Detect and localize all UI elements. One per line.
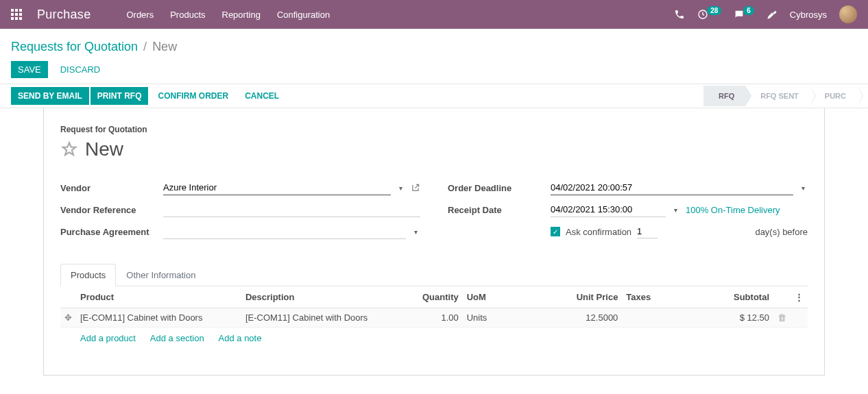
stage-rfq-sent[interactable]: RFQ SENT — [745, 86, 810, 106]
username[interactable]: Cybrosys — [790, 10, 827, 20]
phone-icon[interactable] — [674, 9, 685, 20]
send-email-button[interactable]: SEND BY EMAIL — [11, 87, 89, 105]
label-vendor-ref: Vendor Reference — [60, 205, 163, 215]
vendor-input[interactable] — [163, 180, 391, 195]
th-uom: UoM — [463, 286, 499, 308]
star-icon[interactable] — [60, 140, 78, 158]
add-section-link[interactable]: Add a section — [150, 333, 204, 343]
messages-icon[interactable]: 6 — [734, 9, 754, 20]
menu-configuration[interactable]: Configuration — [277, 10, 330, 20]
th-description: Description — [241, 286, 407, 308]
apps-icon[interactable] — [11, 9, 22, 20]
activities-badge: 28 — [707, 6, 721, 15]
agreement-dropdown-icon[interactable]: ▾ — [411, 228, 420, 236]
th-subtotal: Subtotal — [664, 286, 773, 308]
tab-products[interactable]: Products — [60, 264, 116, 286]
breadcrumb: Requests for Quotation / New — [11, 40, 857, 54]
cell-description[interactable]: [E-COM11] Cabinet with Doors — [241, 308, 407, 328]
save-button[interactable]: SAVE — [11, 61, 48, 78]
avatar[interactable] — [839, 5, 857, 23]
products-table: Product Description Quantity UoM Unit Pr… — [60, 286, 808, 347]
tools-icon[interactable] — [767, 9, 777, 20]
menu-reporting[interactable]: Reporting — [222, 10, 261, 20]
label-order-deadline: Order Deadline — [448, 183, 551, 193]
table-row[interactable]: ✥ [E-COM11] Cabinet with Doors [E-COM11]… — [60, 308, 808, 328]
breadcrumb-current: New — [152, 40, 177, 54]
add-note-link[interactable]: Add a note — [219, 333, 262, 343]
form-sheet: Request for Quotation New Vendor ▾ Vendo… — [43, 108, 825, 375]
vendor-ref-input[interactable] — [163, 202, 420, 217]
th-quantity: Quantity — [407, 286, 463, 308]
print-rfq-button[interactable]: PRINT RFQ — [91, 87, 149, 105]
statusbar: SEND BY EMAIL PRINT RFQ CONFIRM ORDER CA… — [0, 84, 868, 108]
main-menu: Orders Products Reporting Configuration — [126, 10, 330, 20]
cell-product[interactable]: [E-COM11] Cabinet with Doors — [76, 308, 241, 328]
confirmation-days-input[interactable] — [637, 225, 658, 238]
th-unitprice: Unit Price — [498, 286, 622, 308]
receipt-date-input[interactable] — [551, 202, 666, 217]
purchase-agreement-input[interactable] — [163, 224, 406, 239]
stage-rfq[interactable]: RFQ — [703, 86, 745, 106]
tab-other-info[interactable]: Other Information — [116, 264, 206, 286]
page-title: New — [85, 138, 123, 160]
breadcrumb-sep: / — [143, 40, 147, 54]
discard-button[interactable]: DISCARD — [53, 61, 108, 78]
messages-badge: 6 — [743, 6, 754, 15]
activities-icon[interactable]: 28 — [697, 9, 721, 20]
cell-uom[interactable]: Units — [463, 308, 499, 328]
cell-quantity[interactable]: 1.00 — [407, 308, 463, 328]
ontime-delivery-link[interactable]: 100% On-Time Delivery — [686, 205, 780, 215]
label-purchase-agreement: Purchase Agreement — [60, 227, 163, 237]
delete-row-icon[interactable]: 🗑 — [773, 308, 791, 328]
ask-confirmation-label: Ask confirmation — [566, 227, 631, 237]
topbar: Purchase Orders Products Reporting Confi… — [0, 0, 868, 29]
days-before-label: day(s) before — [755, 227, 808, 237]
stage-purchase[interactable]: PURC — [810, 86, 857, 106]
status-stages: RFQ RFQ SENT PURC — [703, 84, 857, 108]
th-product: Product — [76, 286, 241, 308]
confirm-order-button[interactable]: CONFIRM ORDER — [149, 87, 237, 105]
menu-orders[interactable]: Orders — [126, 10, 154, 20]
cell-taxes[interactable] — [622, 308, 664, 328]
deadline-dropdown-icon[interactable]: ▾ — [799, 184, 808, 192]
drag-handle-icon[interactable]: ✥ — [60, 308, 76, 328]
menu-products[interactable]: Products — [170, 10, 205, 20]
app-title[interactable]: Purchase — [37, 8, 91, 22]
tabs: Products Other Information — [60, 263, 808, 286]
receipt-dropdown-icon[interactable]: ▾ — [671, 206, 680, 214]
label-vendor: Vendor — [60, 183, 163, 193]
cell-unitprice[interactable]: 12.5000 — [498, 308, 622, 328]
breadcrumb-parent[interactable]: Requests for Quotation — [11, 40, 138, 54]
label-receipt-date: Receipt Date — [448, 205, 551, 215]
form-subtitle: Request for Quotation — [60, 125, 808, 134]
external-link-icon[interactable] — [411, 183, 420, 193]
th-taxes: Taxes — [622, 286, 664, 308]
cell-subtotal: $ 12.50 — [664, 308, 773, 328]
th-kebab-icon[interactable]: ⋮ — [791, 286, 808, 308]
add-product-link[interactable]: Add a product — [80, 333, 136, 343]
order-deadline-input[interactable] — [551, 180, 793, 195]
vendor-dropdown-icon[interactable]: ▾ — [396, 184, 405, 192]
ask-confirmation-checkbox[interactable]: ✓ — [551, 227, 560, 236]
cancel-button[interactable]: CANCEL — [237, 87, 287, 105]
